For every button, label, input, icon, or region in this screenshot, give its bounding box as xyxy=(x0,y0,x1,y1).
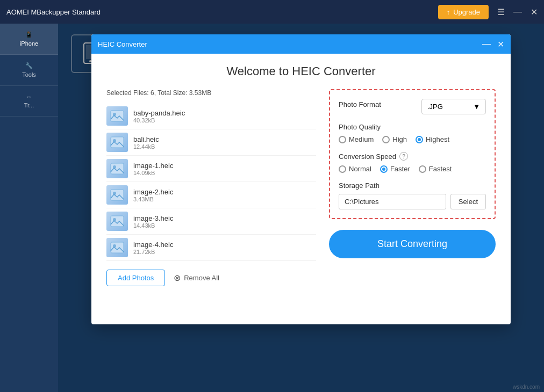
svg-rect-13 xyxy=(111,242,124,253)
image-icon xyxy=(110,240,125,255)
dialog-minimize-icon[interactable]: — xyxy=(482,39,491,49)
image-icon xyxy=(110,187,125,202)
speed-faster-option[interactable]: Faster xyxy=(380,165,410,173)
file-thumbnail xyxy=(106,238,128,257)
dialog-overlay: HEIC Converter — ✕ Welcome to HEIC Conve… xyxy=(58,24,544,392)
file-list-actions: Add Photos ⊗ Remove All xyxy=(106,270,316,286)
file-info: image-4.heic 21.72kB xyxy=(133,241,316,255)
title-bar: AOMEI MBackupper Standard ↑ Upgrade ☰ — … xyxy=(0,0,544,24)
quality-high-radio[interactable] xyxy=(382,136,390,143)
quality-high-label: High xyxy=(392,135,407,143)
photo-format-label: Photo Format xyxy=(339,100,381,108)
speed-radio-group: Normal Faster Fastest xyxy=(339,165,486,173)
file-info: baby-panda.heic 40.32kB xyxy=(133,109,316,124)
title-bar-right: ↑ Upgrade ☰ — ✕ xyxy=(438,5,538,19)
title-bar-left: AOMEI MBackupper Standard xyxy=(6,8,101,16)
speed-normal-option[interactable]: Normal xyxy=(339,165,371,173)
file-thumbnail xyxy=(106,212,128,231)
sidebar-item-transfer[interactable]: ↔ Tr... xyxy=(0,86,58,117)
sidebar-item-iphone[interactable]: 📱 iPhone xyxy=(0,24,58,55)
file-list-column: Selected Files: 6, Total Size: 3.53MB ba… xyxy=(106,89,316,286)
speed-fastest-label: Fastest xyxy=(429,165,452,173)
help-icon[interactable]: ? xyxy=(399,152,408,161)
file-size: 40.32kB xyxy=(133,117,316,124)
file-item: bali.heic 12.44kB xyxy=(106,129,316,156)
quality-highest-radio[interactable] xyxy=(416,136,423,143)
file-summary: Selected Files: 6, Total Size: 3.53MB xyxy=(106,89,316,97)
format-value: .JPG xyxy=(427,103,443,111)
speed-faster-label: Faster xyxy=(390,165,410,173)
quality-medium-label: Medium xyxy=(349,135,374,143)
dialog-columns: Selected Files: 6, Total Size: 3.53MB ba… xyxy=(106,89,496,286)
file-name: bali.heic xyxy=(133,135,316,143)
select-button[interactable]: Select xyxy=(450,194,486,209)
file-info: image-2.heic 3.43MB xyxy=(133,188,316,202)
image-icon xyxy=(110,135,125,150)
file-name: baby-panda.heic xyxy=(133,109,316,117)
upgrade-button[interactable]: ↑ Upgrade xyxy=(438,5,489,19)
quality-highest-option[interactable]: Highest xyxy=(416,135,449,143)
quality-radio-group: Medium High Highest xyxy=(339,135,486,143)
speed-faster-radio[interactable] xyxy=(380,165,388,173)
photo-format-row: Photo Format .JPG ▼ xyxy=(339,99,486,114)
app-title: AOMEI MBackupper Standard xyxy=(6,8,101,16)
dialog-controls: — ✕ xyxy=(482,39,504,49)
storage-path-label: Storage Path xyxy=(339,182,486,190)
sidebar-iphone-label: iPhone xyxy=(4,40,54,47)
settings-box: Photo Format .JPG ▼ Photo xyxy=(329,89,496,219)
svg-rect-5 xyxy=(111,137,124,148)
start-converting-button[interactable]: Start Converting xyxy=(329,230,496,258)
file-item: image-2.heic 3.43MB xyxy=(106,182,316,208)
file-size: 21.72kB xyxy=(133,249,316,255)
remove-all-button[interactable]: ⊗ Remove All xyxy=(174,273,219,283)
quality-high-option[interactable]: High xyxy=(382,135,407,143)
quality-medium-radio[interactable] xyxy=(339,136,346,143)
file-item: image-1.heic 14.09kB xyxy=(106,156,316,182)
speed-fastest-radio[interactable] xyxy=(419,165,426,173)
file-thumbnail xyxy=(106,106,128,126)
remove-all-label: Remove All xyxy=(184,274,219,282)
image-icon xyxy=(110,161,125,176)
speed-normal-radio[interactable] xyxy=(339,165,346,173)
add-photos-button[interactable]: Add Photos xyxy=(106,270,165,286)
speed-fastest-option[interactable]: Fastest xyxy=(419,165,452,173)
close-icon[interactable]: ✕ xyxy=(531,7,538,17)
dialog-close-icon[interactable]: ✕ xyxy=(497,39,504,49)
speed-header: Conversion Speed ? xyxy=(339,152,486,161)
file-info: image-3.heic 14.43kB xyxy=(133,214,316,229)
svg-rect-7 xyxy=(111,163,124,174)
file-name: image-4.heic xyxy=(133,241,316,249)
photo-quality-row: Photo Quality Medium High xyxy=(339,123,486,143)
sidebar-tools-label: Tools xyxy=(4,71,54,78)
dropdown-arrow-icon: ▼ xyxy=(473,103,480,111)
transfer-icon: ↔ xyxy=(4,93,54,100)
svg-rect-11 xyxy=(111,216,124,227)
upgrade-label: Upgrade xyxy=(453,8,480,16)
svg-rect-9 xyxy=(111,190,124,200)
app-body: 📱 iPhone 🔧 Tools ↔ Tr... Welcome to AOME… xyxy=(0,24,544,392)
sidebar-item-tools[interactable]: 🔧 Tools xyxy=(0,55,58,86)
file-item: baby-panda.heic 40.32kB xyxy=(106,103,316,129)
dialog-title: HEIC Converter xyxy=(98,40,147,48)
format-dropdown[interactable]: .JPG ▼ xyxy=(421,99,486,114)
storage-path-row: Storage Path Select xyxy=(339,182,486,209)
file-thumbnail xyxy=(106,159,128,178)
settings-column: Photo Format .JPG ▼ Photo xyxy=(329,89,496,286)
storage-path-input[interactable] xyxy=(339,194,446,209)
image-icon xyxy=(110,214,125,229)
tools-icon: 🔧 xyxy=(4,62,54,69)
file-name: image-1.heic xyxy=(133,162,316,170)
svg-rect-3 xyxy=(111,111,124,121)
quality-medium-option[interactable]: Medium xyxy=(339,135,374,143)
file-size: 12.44kB xyxy=(133,143,316,150)
file-info: bali.heic 12.44kB xyxy=(133,135,316,150)
quality-highest-label: Highest xyxy=(426,135,449,143)
storage-path-input-row: Select xyxy=(339,194,486,209)
sidebar-transfer-label: Tr... xyxy=(4,102,54,108)
file-name: image-2.heic xyxy=(133,188,316,196)
file-item: image-3.heic 14.43kB xyxy=(106,208,316,235)
heic-converter-dialog: HEIC Converter — ✕ Welcome to HEIC Conve… xyxy=(91,34,511,324)
menu-icon[interactable]: ☰ xyxy=(497,7,505,17)
speed-normal-label: Normal xyxy=(349,165,371,173)
minimize-icon[interactable]: — xyxy=(513,7,522,17)
